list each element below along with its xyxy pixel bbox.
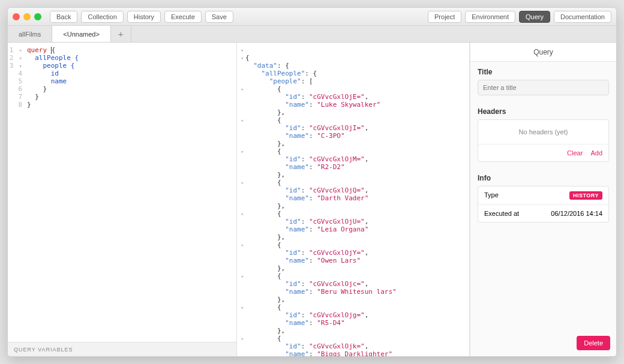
back-button[interactable]: Back — [50, 11, 77, 23]
app-window: Back Collection History Execute Save Pro… — [7, 7, 617, 357]
tab-unnamed[interactable]: <Unnamed> — [52, 26, 111, 42]
query-variables-bar[interactable]: QUERY VARIABLES — [8, 342, 236, 356]
headers-empty-text: No headers (yet) — [478, 120, 608, 145]
execute-button[interactable]: Execute — [164, 11, 202, 23]
minimize-icon[interactable] — [23, 13, 31, 20]
info-table: TypeHISTORYExecuted at06/12/2016 14:14 — [478, 186, 609, 222]
info-key: Type — [484, 191, 499, 200]
titlebar: Back Collection History Execute Save Pro… — [8, 8, 616, 26]
add-header-link[interactable]: Add — [590, 149, 602, 157]
query-editor[interactable]: 1 ▾2 ▾3 ▾45678 query { allPeople { peopl… — [8, 43, 236, 342]
traffic-lights — [13, 13, 41, 20]
environment-button[interactable]: Environment — [465, 11, 515, 23]
info-label: Info — [478, 174, 609, 182]
add-tab-button[interactable]: + — [111, 26, 131, 42]
workspace: 1 ▾2 ▾3 ▾45678 query { allPeople { peopl… — [8, 43, 616, 356]
editor-code[interactable]: query { allPeople { people { id name } }… — [27, 46, 236, 342]
info-row: Executed at06/12/2016 14:14 — [478, 205, 608, 222]
tab-bar: allFilms <Unnamed> + — [8, 26, 616, 43]
headers-label: Headers — [478, 107, 609, 116]
result-code: ▾▾{ "data": { "allPeople": { "people": [… — [237, 46, 469, 356]
tab-allfilms[interactable]: allFilms — [8, 26, 52, 42]
collection-button[interactable]: Collection — [81, 11, 123, 23]
maximize-icon[interactable] — [34, 13, 41, 20]
title-input[interactable] — [478, 80, 609, 95]
side-panel: Query Title Headers No headers (yet) Cle… — [470, 43, 616, 356]
side-panel-header: Query — [470, 43, 616, 62]
info-value: 06/12/2016 14:14 — [551, 210, 602, 217]
info-section: Info TypeHISTORYExecuted at06/12/2016 14… — [470, 168, 616, 228]
headers-section: Headers No headers (yet) Clear Add — [470, 101, 616, 168]
info-key: Executed at — [484, 210, 519, 217]
save-button[interactable]: Save — [205, 11, 233, 23]
delete-button[interactable]: Delete — [577, 336, 610, 350]
result-pane: ▾▾{ "data": { "allPeople": { "people": [… — [237, 43, 470, 356]
project-button[interactable]: Project — [428, 11, 461, 23]
title-section: Title — [470, 62, 616, 101]
history-button[interactable]: History — [127, 11, 161, 23]
query-editor-pane: 1 ▾2 ▾3 ▾45678 query { allPeople { peopl… — [8, 43, 237, 356]
headers-box: No headers (yet) Clear Add — [478, 119, 609, 162]
documentation-button[interactable]: Documentation — [554, 11, 611, 23]
query-button[interactable]: Query — [519, 11, 550, 23]
history-badge: HISTORY — [569, 191, 602, 200]
editor-gutter: 1 ▾2 ▾3 ▾45678 — [8, 46, 27, 342]
clear-headers-link[interactable]: Clear — [567, 149, 583, 157]
title-label: Title — [478, 68, 609, 76]
info-row: TypeHISTORY — [478, 186, 608, 205]
result-viewer[interactable]: ▾▾{ "data": { "allPeople": { "people": [… — [237, 43, 469, 356]
close-icon[interactable] — [13, 13, 20, 20]
